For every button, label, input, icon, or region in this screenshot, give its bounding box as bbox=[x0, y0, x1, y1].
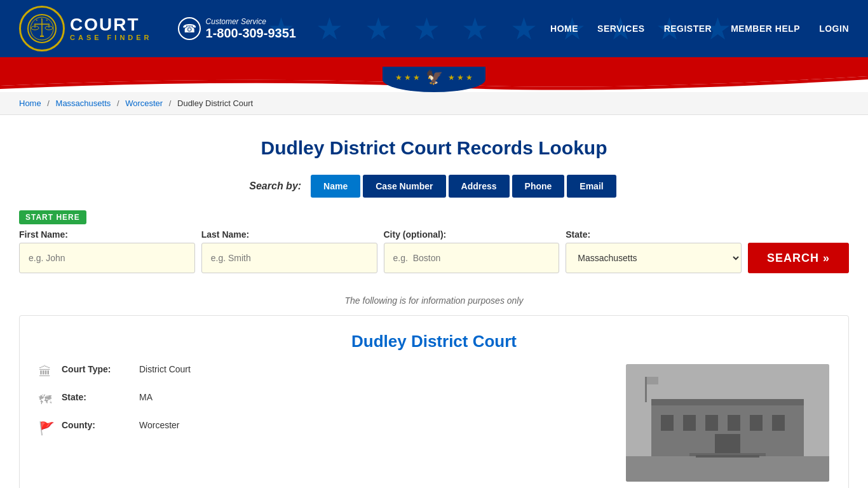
search-by-row: Search by: Name Case Number Address Phon… bbox=[19, 175, 849, 198]
svg-rect-21 bbox=[772, 415, 785, 431]
search-by-label: Search by: bbox=[249, 180, 301, 192]
start-here-label: START HERE bbox=[19, 210, 86, 224]
logo-finder-label: CASE FINDER bbox=[70, 34, 153, 41]
phone-icon: ☎ bbox=[178, 17, 201, 40]
eagle-symbol: 🦅 bbox=[426, 69, 443, 86]
star-right: ★ ★ ★ bbox=[448, 73, 473, 82]
last-name-input[interactable] bbox=[201, 243, 377, 273]
nav-login[interactable]: LOGIN bbox=[819, 24, 849, 34]
nav-register[interactable]: REGISTER bbox=[664, 24, 712, 34]
form-fields-row: First Name: Last Name: City (optional): … bbox=[19, 229, 849, 273]
eagle-badge: ★ ★ ★ 🦅 ★ ★ ★ bbox=[383, 67, 485, 92]
court-image bbox=[626, 364, 829, 482]
main-nav: HOME SERVICES REGISTER MEMBER HELP LOGIN bbox=[550, 24, 849, 34]
svg-rect-20 bbox=[750, 415, 763, 431]
page-title: Dudley District Court Records Lookup bbox=[19, 137, 849, 159]
customer-service-text: Customer Service bbox=[206, 17, 296, 26]
tab-address[interactable]: Address bbox=[449, 175, 510, 198]
first-name-input[interactable] bbox=[19, 243, 195, 273]
phone-label: Customer Service 1-800-309-9351 bbox=[206, 17, 296, 41]
svg-rect-17 bbox=[683, 415, 696, 431]
county-value: Worcester bbox=[139, 420, 180, 430]
nav-member-help[interactable]: MEMBER HELP bbox=[731, 24, 800, 34]
court-type-label: Court Type: bbox=[62, 364, 132, 374]
county-item: 🚩 County: Worcester bbox=[39, 420, 607, 436]
breadcrumb-current: Dudley District Court bbox=[177, 98, 253, 108]
svg-rect-19 bbox=[728, 415, 740, 431]
search-button[interactable]: SEARCH » bbox=[748, 243, 849, 273]
state-label-detail: State: bbox=[62, 392, 132, 402]
city-label: City (optional): bbox=[384, 229, 560, 240]
start-here-badge: START HERE bbox=[19, 210, 849, 229]
breadcrumb-sep-2: / bbox=[117, 98, 119, 108]
state-icon: 🗺 bbox=[39, 393, 54, 407]
tab-name[interactable]: Name bbox=[311, 175, 360, 198]
breadcrumb-massachusetts[interactable]: Massachusetts bbox=[56, 98, 111, 108]
nav-services[interactable]: SERVICES bbox=[597, 24, 645, 34]
svg-rect-18 bbox=[705, 415, 718, 431]
court-card: Dudley District Court 🏛 Court Type: Dist… bbox=[19, 315, 849, 488]
last-name-label: Last Name: bbox=[201, 229, 377, 240]
logo-circle: ★ ★ ★ bbox=[19, 6, 65, 51]
search-form-wrapper: START HERE First Name: Last Name: City (… bbox=[19, 207, 849, 283]
nav-home[interactable]: HOME bbox=[550, 24, 578, 34]
tab-case-number[interactable]: Case Number bbox=[363, 175, 445, 198]
city-group: City (optional): bbox=[384, 229, 560, 273]
court-type-item: 🏛 Court Type: District Court bbox=[39, 364, 607, 379]
logo-area: ★ ★ ★ COURT CASE FINDER bbox=[19, 6, 153, 51]
state-label: State: bbox=[566, 229, 742, 240]
svg-rect-8 bbox=[40, 36, 44, 37]
state-group: State: Alabama Alaska Arizona Arkansas C… bbox=[566, 229, 742, 273]
star-left: ★ ★ ★ bbox=[395, 73, 421, 82]
phone-area: ☎ Customer Service 1-800-309-9351 bbox=[178, 17, 296, 41]
court-type-value: District Court bbox=[139, 364, 191, 374]
wave-banner: ★ ★ ★ 🦅 ★ ★ ★ bbox=[0, 57, 868, 92]
svg-text:★: ★ bbox=[46, 18, 48, 22]
state-select[interactable]: Alabama Alaska Arizona Arkansas Californ… bbox=[566, 243, 742, 273]
svg-rect-26 bbox=[696, 455, 759, 458]
info-note: The following is for information purpose… bbox=[19, 295, 849, 306]
last-name-group: Last Name: bbox=[201, 229, 377, 273]
county-icon: 🚩 bbox=[39, 421, 54, 436]
breadcrumb-home[interactable]: Home bbox=[19, 98, 41, 108]
svg-text:★: ★ bbox=[36, 18, 38, 22]
logo-court-label: COURT bbox=[70, 16, 153, 34]
first-name-label: First Name: bbox=[19, 229, 195, 240]
court-details-left: 🏛 Court Type: District Court 🗺 State: MA… bbox=[39, 364, 607, 482]
svg-rect-24 bbox=[647, 377, 658, 384]
svg-rect-13 bbox=[626, 456, 829, 482]
svg-text:★: ★ bbox=[41, 17, 43, 20]
court-building-image bbox=[626, 364, 829, 482]
breadcrumb-sep-1: / bbox=[47, 98, 50, 108]
svg-rect-23 bbox=[645, 377, 647, 402]
state-value: MA bbox=[139, 392, 153, 402]
first-name-group: First Name: bbox=[19, 229, 195, 273]
site-header: ★ ★ ★ ★ ★ ★ ★ ★ ★ ★ ★ ★ ★ COURT bbox=[0, 0, 868, 57]
svg-rect-22 bbox=[715, 434, 740, 456]
tab-phone[interactable]: Phone bbox=[512, 175, 565, 198]
main-content: Dudley District Court Records Lookup Sea… bbox=[0, 115, 868, 488]
breadcrumb-sep-3: / bbox=[169, 98, 172, 108]
court-details-row: 🏛 Court Type: District Court 🗺 State: MA… bbox=[39, 364, 829, 482]
svg-rect-16 bbox=[661, 415, 674, 431]
logo-svg: ★ ★ ★ bbox=[26, 13, 58, 44]
court-card-title: Dudley District Court bbox=[39, 332, 829, 351]
state-item: 🗺 State: MA bbox=[39, 392, 607, 407]
county-label: County: bbox=[62, 420, 132, 430]
phone-number: 1-800-309-9351 bbox=[206, 26, 296, 40]
logo-text: COURT CASE FINDER bbox=[70, 16, 153, 41]
city-input[interactable] bbox=[384, 243, 560, 273]
tab-email[interactable]: Email bbox=[567, 175, 616, 198]
svg-rect-15 bbox=[651, 399, 804, 405]
building-icon: 🏛 bbox=[39, 365, 54, 379]
breadcrumb: Home / Massachusetts / Worcester / Dudle… bbox=[0, 92, 868, 115]
breadcrumb-worcester[interactable]: Worcester bbox=[125, 98, 163, 108]
